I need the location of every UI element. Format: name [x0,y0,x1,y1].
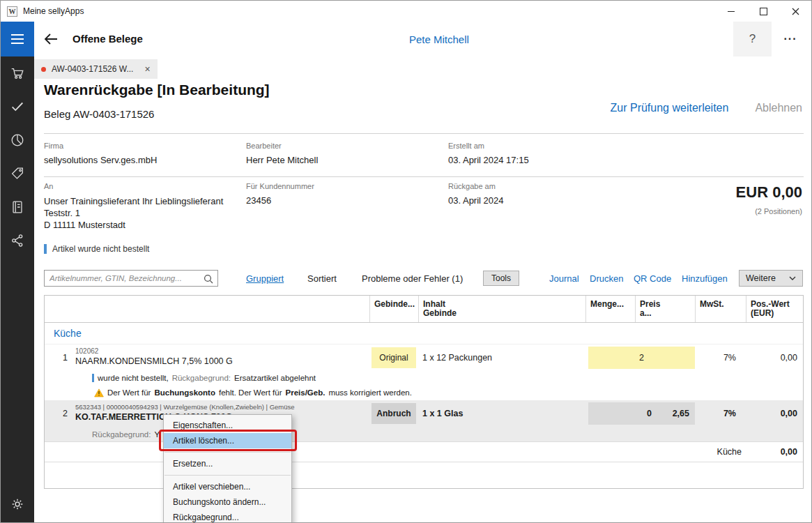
window-title: Meine sellyApps [23,6,84,16]
back-button[interactable] [43,31,61,47]
menu-item-artikel-verschieben[interactable]: Artikel verschieben... [164,479,291,494]
maximize-button[interactable] [747,1,779,22]
menge-cell[interactable]: 2 [588,347,695,369]
col-header-inhalt-gebinde[interactable]: Inhalt Gebinde [418,296,585,322]
an-label: An [44,182,53,190]
an-line2: Teststr. 1 [44,207,80,219]
row-1-note: wurde nicht bestellt, Rückgabegrund: Ers… [45,371,803,385]
kundennummer-label: Für Kundennummer [246,182,314,190]
weitere-dropdown-button[interactable]: Weitere [739,270,803,287]
an-line1: Unser Trainingslieferant Ihr Lieblingsli… [44,195,223,207]
group-total-row: Küche 0,00 [45,441,803,462]
minimize-icon [728,11,735,12]
mwst-cell: 7% [695,344,746,371]
menu-separator [164,475,291,476]
tab-status-dot-icon [41,67,46,72]
back-arrow-icon [43,31,59,47]
col-header-mwst[interactable]: MwSt. [695,296,746,322]
app-window: W Meine sellyApps Offene Belege Pete Mit… [0,0,812,523]
document-number: Beleg AW-0403-171526 [44,108,154,120]
tools-button[interactable]: Tools [483,271,519,286]
col-header-menge[interactable]: Menge... [586,296,635,322]
page-title: Offene Belege [72,33,143,45]
menu-item-artikel-loeschen[interactable]: Artikel löschen... [164,433,291,448]
gear-icon [10,497,25,512]
tab-strip: AW-0403-171526 W... × [34,56,811,79]
weitere-label: Weitere [746,273,776,283]
kundennummer-value: 23456 [246,195,271,206]
sortiert-toggle[interactable]: Sortiert [307,273,337,284]
gebinde-chip[interactable]: Original [371,347,416,368]
warning-icon [94,388,104,397]
an-line3: D 11111 Musterstadt [44,219,125,231]
chevron-down-icon [789,276,796,280]
tab-document[interactable]: AW-0403-171526 W... × [34,59,158,79]
divider [44,176,804,177]
search-input[interactable] [45,271,217,286]
menge-value: 0 [588,409,660,418]
cart-icon [10,66,25,81]
legend-marker-icon [44,244,47,254]
hamburger-icon [11,34,24,36]
col-header-preis[interactable]: Preis a... [635,296,695,322]
pos-wert-cell: 0,00 [746,344,804,371]
row-2-note: Rückgabegrund: Y [45,427,803,441]
menu-item-ersetzen[interactable]: Ersetzen... [164,456,291,471]
group-total-value: 0,00 [746,442,804,462]
search-icon[interactable] [204,274,213,287]
drucken-link[interactable]: Drucken [590,273,623,284]
probleme-filter[interactable]: Probleme oder Fehler (1) [362,273,463,284]
app-header: Offene Belege Pete Mitchell ? ··· [1,22,811,56]
divider [44,133,804,134]
article-search [44,270,218,287]
article-name: NAARM.KONDENSMILCH 7,5% 1000 G [75,356,369,366]
menu-item-rueckgabegrund[interactable]: Rückgabegrund... [164,510,291,523]
firma-value: sellysolutions Serv.ges.mbH [44,155,157,165]
journal-link[interactable]: Journal [549,273,579,284]
close-button[interactable] [779,1,811,22]
sidebar [1,56,34,522]
help-button[interactable]: ? [733,22,772,56]
preis-value: 2,65 [660,409,695,418]
menu-item-buchungskonto-aendern[interactable]: Buchungskonto ändern... [164,494,291,510]
sidebar-item-statistics[interactable] [1,123,34,157]
context-menu: Eigenschaften... Artikel löschen... Erse… [163,414,292,523]
row-1-warning: Der Wert für Buchungskonto fehlt. Der We… [45,385,803,400]
tab-label: AW-0403-171526 W... [52,64,133,74]
gebinde-chip[interactable]: Anbruch [371,403,416,424]
forward-for-review-link[interactable]: Zur Prüfung weiterleiten [611,102,729,114]
sidebar-item-approvals[interactable] [1,90,34,123]
note-value: Ersatzartikel abgelehnt [234,374,316,382]
hamburger-menu-button[interactable] [1,22,34,56]
tab-close-icon[interactable]: × [144,63,150,75]
sidebar-item-settings[interactable] [1,487,34,521]
firma-label: Firma [44,142,63,150]
hinzufuegen-link[interactable]: Hinzufügen [682,273,728,284]
menge-preis-cell[interactable]: 0 2,65 [588,402,695,425]
col-header-pos-wert[interactable]: Pos.-Wert (EUR) [746,296,804,322]
col-header-gebinde[interactable]: Gebinde... [369,296,418,322]
sidebar-item-offers[interactable] [1,157,34,190]
rueckgabe-am-value: 03. April 2024 [448,195,504,206]
sidebar-item-journal[interactable] [1,190,34,224]
rueckgabe-am-label: Rückgabe am [448,182,496,190]
document-actions: Zur Prüfung weiterleiten Ablehnen [611,102,802,114]
group-header-kueche[interactable]: Küche [45,323,803,344]
note-label: Rückgabegrund: [92,430,151,439]
more-options-button[interactable]: ··· [775,22,806,56]
window-controls [715,1,811,22]
sidebar-item-shop[interactable] [1,56,34,90]
table-row-2[interactable]: 2 5632343 | 00000040594293 | Wurzelgemüs… [45,400,803,427]
user-name-link[interactable]: Pete Mitchell [409,33,469,45]
table-row-1[interactable]: 1 102062 NAARM.KONDENSMILCH 7,5% 1000 G … [45,344,803,371]
note-label: Rückgabegrund: [172,374,231,382]
book-icon [10,199,25,215]
qr-code-link[interactable]: QR Code [634,273,671,284]
reject-link[interactable]: Ablehnen [755,102,802,114]
menu-item-eigenschaften[interactable]: Eigenschaften... [164,418,291,433]
article-code: 102062 [75,347,369,355]
sidebar-item-share[interactable] [1,224,34,257]
gruppiert-toggle[interactable]: Gruppiert [246,273,284,284]
inhalt-cell: 1 x 12 Packungen [418,344,585,371]
minimize-button[interactable] [715,1,747,22]
